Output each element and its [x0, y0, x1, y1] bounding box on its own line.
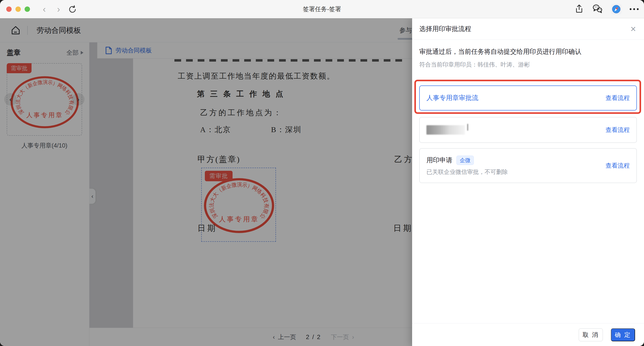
flow-option-name: 用印申请 — [426, 156, 452, 165]
titlebar: ‹ › 签署任务-签署 — [0, 0, 644, 18]
minimize-window-button[interactable] — [16, 6, 21, 12]
safari-icon[interactable] — [611, 4, 622, 14]
wechat-icon[interactable] — [592, 4, 603, 14]
more-options-icon[interactable] — [630, 8, 639, 10]
redacted-flow-name — [426, 125, 465, 135]
close-window-button[interactable] — [6, 6, 12, 12]
dialog-operators: 符合当前印章用印员：韩佳伟、叶涛、游彬 — [419, 61, 637, 69]
back-icon[interactable]: ‹ — [39, 0, 49, 18]
share-icon[interactable] — [574, 4, 584, 14]
approval-flow-dialog: 选择用印审批流程 × 审批通过后，当前任务将自动提交给用印员进行用印确认 符合当… — [412, 18, 644, 346]
reload-icon[interactable] — [68, 5, 77, 14]
view-flow-link[interactable]: 查看流程 — [606, 162, 630, 170]
dialog-title: 选择用印审批流程 — [419, 24, 471, 33]
flow-option-desc: 已关联企业微信审批，不可删除 — [426, 168, 508, 176]
forward-icon[interactable]: › — [54, 0, 64, 18]
zoom-window-button[interactable] — [24, 6, 30, 12]
view-flow-link[interactable]: 查看流程 — [606, 126, 630, 134]
cancel-button[interactable]: 取 消 — [579, 328, 603, 341]
window-title: 签署任务-签署 — [277, 0, 367, 18]
confirm-button[interactable]: 确 定 — [611, 328, 635, 341]
view-flow-link[interactable]: 查看流程 — [606, 94, 630, 102]
modal-dim-overlay — [0, 18, 412, 346]
app-window: ‹ › 签署任务-签署 劳动合同模板 参与 — [0, 0, 644, 346]
flow-option-redacted[interactable]: 查看流程 — [419, 117, 637, 143]
flow-option-name: 人事专用章审批流 — [426, 94, 478, 102]
flow-option-seal-request[interactable]: 用印申请 企微 已关联企业微信审批，不可删除 查看流程 — [419, 148, 637, 183]
wecom-badge: 企微 — [456, 156, 474, 165]
flow-option-hr-seal[interactable]: 人事专用章审批流 查看流程 — [419, 85, 637, 111]
dialog-description: 审批通过后，当前任务将自动提交给用印员进行用印确认 — [419, 47, 637, 56]
close-icon[interactable]: × — [630, 24, 636, 34]
